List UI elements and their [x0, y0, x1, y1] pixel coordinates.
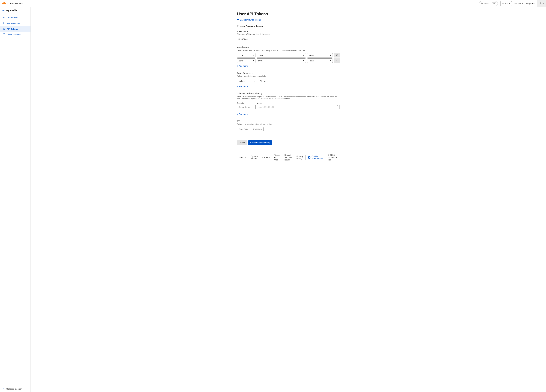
plus-icon: [502, 2, 504, 5]
caret-down-icon: [337, 106, 338, 108]
logo[interactable]: CLOUDFLARE: [2, 2, 29, 5]
token-name-group: Token name Give your API token a descrip…: [237, 30, 340, 41]
permission-resource-select[interactable]: Zone: [257, 53, 306, 58]
caret-down-icon: [295, 81, 297, 82]
footer-link-terms[interactable]: Terms of Use: [272, 154, 282, 161]
sidebar-item-api-tokens[interactable]: API Tokens: [0, 26, 31, 32]
collapse-sidebar-button[interactable]: Collapse sidebar: [0, 386, 31, 392]
language-dropdown[interactable]: English: [526, 2, 535, 5]
remove-permission-button[interactable]: [334, 58, 340, 63]
zone-resource-row: Include All zones: [237, 79, 340, 83]
permission-row: Zone DNS Read: [237, 58, 340, 63]
token-name-label: Token name: [237, 30, 340, 32]
ip-filter-group: Client IP Address Filtering Select IP ad…: [237, 92, 340, 115]
svg-point-6: [3, 23, 4, 23]
permission-row: Zone Zone Read: [237, 53, 340, 58]
footer-link-privacy[interactable]: Privacy Policy: [294, 155, 306, 160]
sidebar-item-active-sessions[interactable]: Active sessions: [0, 32, 31, 38]
support-label: Support: [514, 2, 522, 5]
svg-line-1: [482, 4, 483, 4]
clock-icon: [3, 33, 5, 36]
zone-resources-group: Zone Resources Select zones to include o…: [237, 72, 340, 88]
add-button[interactable]: Add: [500, 1, 512, 6]
add-zone-resource-button[interactable]: + Add more: [237, 85, 248, 88]
sidebar-item-label: Authentication: [7, 22, 20, 25]
ttl-help: Define how long this token will stay act…: [237, 123, 340, 125]
cookie-badge-icon: ✓✕: [308, 156, 311, 159]
caret-down-icon: [253, 60, 254, 61]
footer-link-security[interactable]: Report Security Issues: [282, 154, 294, 161]
arrow-left-icon: [237, 19, 239, 21]
goto-label: Go to...: [484, 2, 491, 5]
caret-down-icon: [330, 55, 331, 56]
ttl-title: TTL: [237, 120, 340, 122]
cancel-button[interactable]: Cancel: [237, 140, 247, 145]
operator-label: Operator: [237, 102, 256, 104]
ip-filter-help: Select IP addresses or ranges of IP addr…: [237, 95, 340, 100]
sidebar-item-authentication[interactable]: Authentication: [0, 20, 31, 26]
chevron-double-left-icon: [2, 388, 5, 390]
permission-access-select[interactable]: Read: [307, 53, 333, 58]
permission-scope-select[interactable]: Zone: [237, 58, 255, 63]
value-label: Value: [257, 102, 340, 104]
add-label: Add: [505, 2, 508, 5]
continue-button[interactable]: Continue to summary: [248, 140, 272, 145]
divider: [237, 138, 340, 138]
footer-link-support[interactable]: Support: [237, 156, 249, 159]
caret-down-icon: [303, 60, 304, 61]
ip-value-input[interactable]: [257, 105, 340, 109]
close-icon: [336, 59, 338, 62]
language-label: English: [526, 2, 533, 5]
add-permission-button[interactable]: + Add more: [237, 65, 248, 67]
zone-operator-select[interactable]: Include: [237, 79, 257, 83]
pencil-icon: [3, 16, 5, 19]
permissions-title: Permissions: [237, 46, 340, 49]
keyboard-shortcut: ⌘K: [492, 2, 496, 5]
svg-point-0: [481, 3, 483, 4]
caret-down-icon: [509, 3, 510, 4]
user-menu[interactable]: [537, 0, 546, 7]
create-custom-token-title: Create Custom Token: [237, 25, 340, 28]
sidebar-item-preferences[interactable]: Preferences: [0, 15, 31, 20]
support-dropdown[interactable]: Support: [514, 2, 524, 5]
permissions-group: Permissions Select edit or read permissi…: [237, 46, 340, 67]
key-icon: [3, 22, 5, 25]
sidebar-item-label: Preferences: [7, 16, 18, 19]
permission-resource-select[interactable]: DNS: [257, 58, 306, 63]
code-braces-icon: [3, 27, 5, 30]
permission-access-select[interactable]: Read: [307, 58, 333, 63]
plus-icon: +: [237, 113, 238, 115]
footer-copyright: © 2025 Cloudflare, Inc.: [328, 154, 340, 161]
add-ip-filter-button[interactable]: + Add more: [237, 113, 248, 115]
caret-down-icon: [253, 107, 254, 107]
ttl-start-label: Start Date: [239, 128, 248, 130]
back-link[interactable]: Back to view all tokens: [237, 19, 261, 21]
ttl-picker[interactable]: Start Date End Date: [237, 127, 264, 131]
zone-value-select[interactable]: All zones: [258, 79, 298, 83]
sidebar-header[interactable]: My Profile: [0, 7, 31, 14]
caret-down-icon: [543, 3, 544, 4]
svg-point-4: [540, 3, 541, 3]
permission-scope-select[interactable]: Zone: [237, 53, 255, 58]
caret-down-icon: [253, 55, 254, 56]
cloudflare-logo-icon: [2, 2, 8, 5]
ip-value-text-input[interactable]: [259, 106, 337, 108]
footer-link-status[interactable]: System Status: [249, 155, 260, 160]
caret-down-icon: [330, 60, 331, 61]
page-title: User API Tokens: [237, 12, 340, 16]
permissions-help: Select edit or read permissions to apply…: [237, 49, 340, 51]
footer: Support System Status Careers Terms of U…: [237, 151, 340, 164]
search-icon: [481, 2, 483, 5]
token-name-input[interactable]: [237, 37, 287, 41]
caret-down-icon: [254, 81, 255, 82]
remove-permission-button[interactable]: [334, 53, 340, 58]
zone-resources-help: Select zones to include or exclude.: [237, 75, 340, 77]
footer-link-careers[interactable]: Careers: [260, 156, 272, 159]
goto-button[interactable]: Go to... ⌘K: [479, 1, 498, 6]
footer-cookie-preferences[interactable]: ✓✕ Cookie Preferences: [306, 155, 326, 160]
sidebar-item-label: API Tokens: [7, 28, 18, 30]
caret-down-icon: [303, 55, 304, 56]
plus-icon: +: [237, 65, 238, 67]
ip-operator-select[interactable]: Select item...: [237, 105, 256, 109]
sidebar-nav: Preferences Authentication API Tokens: [0, 14, 31, 38]
